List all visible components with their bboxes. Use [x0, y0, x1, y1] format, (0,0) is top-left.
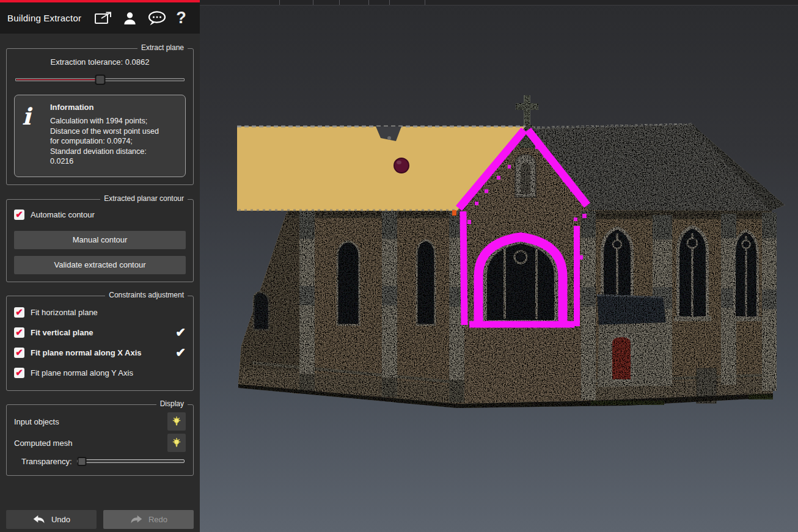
- popout-window-icon[interactable]: [94, 10, 113, 26]
- slider-track[interactable]: [77, 459, 185, 463]
- fit-plane-normal-x-checkbox[interactable]: ✔: [14, 348, 24, 358]
- info-line: 0.0216: [50, 156, 179, 167]
- constraint-label: Fit horizontal plane: [31, 308, 186, 317]
- redo-button[interactable]: Redo: [103, 510, 194, 529]
- group-label: Extract plane: [137, 43, 188, 52]
- page-title: Building Extractor: [7, 13, 81, 23]
- info-line: for computation: 0.0974;: [50, 136, 179, 147]
- information-box: i Information Calculation with 1994 poin…: [14, 95, 186, 177]
- orange-speck: [452, 210, 456, 216]
- fit-horizontal-plane-checkbox[interactable]: ✔: [14, 307, 24, 318]
- fit-plane-normal-y-checkbox[interactable]: ✔: [14, 368, 24, 378]
- checkbox-check-icon: ✔: [15, 307, 23, 316]
- group-label: Constraints adjustment: [105, 291, 188, 299]
- lightbulb-icon: [171, 437, 182, 449]
- constraint-applied-check-icon: ✔: [169, 345, 186, 360]
- automatic-contour-checkbox[interactable]: ✔: [14, 210, 24, 220]
- transparency-label: Transparency:: [21, 457, 72, 466]
- manual-contour-button[interactable]: Manual contour: [14, 231, 186, 249]
- gable-niche-recess: [521, 162, 530, 194]
- slider-handle[interactable]: [78, 457, 87, 466]
- info-line: Standard deviation distance:: [50, 147, 179, 157]
- action-buttons: Undo Redo ✔ OK ✖ Cancel: [6, 510, 194, 532]
- constraints-adjustment-group: Constraints adjustment ✔ Fit horizontal …: [6, 296, 194, 391]
- porch: [597, 295, 666, 387]
- checkbox-check-icon: ✔: [15, 348, 23, 357]
- redo-arrow-icon: [130, 514, 143, 525]
- group-label: Display: [156, 399, 188, 408]
- computed-mesh-label: Computed mesh: [14, 439, 72, 448]
- constraint-applied-check-icon: ✔: [169, 325, 186, 340]
- tool-panel: Building Extractor ? Extract: [0, 0, 200, 532]
- info-title: Information: [50, 103, 179, 112]
- checkbox-check-icon: ✔: [15, 368, 23, 377]
- undo-arrow-icon: [32, 514, 46, 525]
- group-label: Extracted planar contour: [100, 194, 188, 203]
- fit-vertical-plane-checkbox[interactable]: ✔: [14, 327, 24, 338]
- grass: [591, 401, 664, 405]
- extracted-planar-contour-group: Extracted planar contour ✔ Automatic con…: [6, 199, 194, 282]
- validate-contour-button[interactable]: Validate extracted contour: [14, 256, 186, 274]
- user-icon[interactable]: [122, 10, 137, 26]
- extraction-tolerance-label: Extraction tolerance: 0.0862: [14, 57, 186, 67]
- transparency-slider[interactable]: [77, 456, 185, 467]
- constraint-label: Fit plane normal along Y Axis: [31, 368, 186, 377]
- info-line: Distance of the worst point used: [50, 126, 179, 137]
- extraction-tolerance-slider[interactable]: [15, 75, 185, 86]
- lightbulb-icon: [171, 415, 182, 428]
- extract-plane-group: Extract plane Extraction tolerance: 0.08…: [6, 48, 194, 185]
- input-objects-visibility-button[interactable]: [167, 412, 186, 431]
- help-icon[interactable]: ?: [176, 10, 186, 26]
- feedback-chat-icon[interactable]: [147, 10, 167, 26]
- constraint-label: Fit plane normal along X Axis: [31, 348, 163, 357]
- red-door: [612, 337, 631, 379]
- slider-handle[interactable]: [95, 75, 105, 85]
- computed-mesh-visibility-button[interactable]: [167, 434, 186, 452]
- 3d-viewport[interactable]: [200, 0, 798, 532]
- info-icon: i: [22, 103, 50, 167]
- plane-speck: [387, 136, 391, 140]
- slider-fill: [16, 79, 101, 80]
- viewport-top-strip: [200, 0, 798, 5]
- constraint-label: Fit vertical plane: [31, 328, 163, 337]
- checkbox-check-icon: ✔: [15, 210, 23, 219]
- automatic-contour-label: Automatic contour: [31, 210, 95, 219]
- grass: [749, 395, 773, 399]
- display-group: Display Input objects Computed mesh: [6, 404, 194, 476]
- info-line: Calculation with 1994 points;: [50, 116, 179, 126]
- checkbox-check-icon: ✔: [15, 327, 23, 337]
- picked-point: [394, 158, 409, 173]
- church-point-cloud-scene: [200, 0, 798, 532]
- tool-header: Building Extractor ?: [0, 0, 200, 34]
- input-objects-label: Input objects: [14, 417, 59, 426]
- undo-button[interactable]: Undo: [6, 510, 97, 529]
